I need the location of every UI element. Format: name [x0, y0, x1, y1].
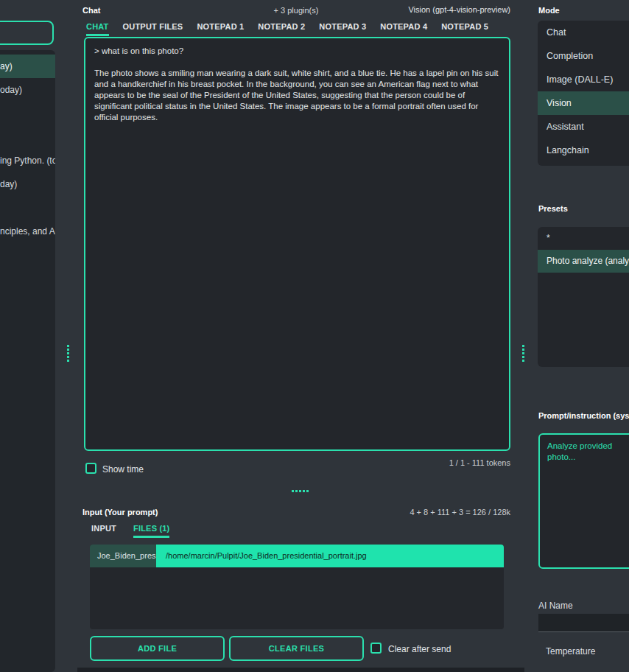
presets-section-title: Presets — [538, 204, 568, 213]
ai-name-label: AI Name — [538, 601, 573, 611]
mode-item-langchain[interactable]: Langchain — [538, 139, 629, 162]
presets-list: * Photo analyze (analyze1) — [538, 227, 629, 367]
tab-input[interactable]: INPUT — [91, 524, 116, 538]
history-item[interactable]: oday) — [0, 78, 55, 102]
tab-files[interactable]: FILES (1) — [133, 524, 169, 538]
clear-after-send-checkbox[interactable] — [370, 643, 382, 654]
mode-item-chat[interactable]: Chat — [538, 21, 629, 44]
message-input-edge — [77, 668, 524, 672]
system-prompt-textarea[interactable]: Analyze provided photo... — [538, 433, 629, 569]
show-time-label: Show time — [102, 464, 144, 475]
mode-item-vision[interactable]: Vision — [538, 91, 629, 115]
preset-item-star[interactable]: * — [538, 227, 629, 250]
input-section-title: Input (Your prompt) — [82, 508, 158, 517]
input-token-counter: 4 + 8 + 111 + 3 = 126 / 128k — [410, 508, 510, 517]
tab-chat[interactable]: CHAT — [86, 22, 109, 36]
file-path-cell[interactable]: /home/marcin/Pulpit/Joe_Biden_presidenti… — [156, 545, 504, 567]
history-item[interactable] — [0, 102, 55, 125]
tab-notepad-3[interactable]: NOTEPAD 3 — [319, 22, 366, 36]
preset-item-photo-analyze[interactable]: Photo analyze (analyze1) — [538, 250, 629, 273]
history-item[interactable]: day) — [0, 172, 55, 196]
input-tab-bar: INPUT FILES (1) — [91, 524, 169, 538]
chat-history-list: ay) oday) ing Python. (to... day) nciple… — [0, 50, 55, 672]
history-item[interactable]: ay) — [0, 55, 55, 78]
model-status: Vision (gpt-4-vision-preview) — [408, 5, 510, 14]
tab-notepad-2[interactable]: NOTEPAD 2 — [258, 22, 305, 36]
mode-item-completion[interactable]: Completion — [538, 44, 629, 68]
temperature-label: Temperature — [546, 646, 595, 657]
clear-files-button[interactable]: CLEAR FILES — [229, 636, 364, 661]
history-item[interactable]: ing Python. (to... — [0, 149, 55, 172]
mode-list: Chat Completion Image (DALL-E) Vision As… — [538, 21, 629, 166]
chat-output-area[interactable]: > what is on this photo? The photo shows… — [84, 37, 510, 451]
chat-input-splitter-handle[interactable] — [292, 490, 309, 492]
mode-item-assistant[interactable]: Assistant — [538, 115, 629, 139]
history-item[interactable]: nciples, and A... — [0, 220, 55, 243]
mode-section-title: Mode — [538, 6, 560, 15]
show-time-checkbox[interactable] — [85, 463, 96, 474]
mode-item-image-dalle[interactable]: Image (DALL-E) — [538, 68, 629, 91]
new-chat-button[interactable] — [0, 21, 54, 45]
history-item[interactable] — [0, 125, 55, 149]
tab-notepad-4[interactable]: NOTEPAD 4 — [380, 22, 427, 36]
file-name-cell[interactable]: Joe_Biden_pres... — [90, 545, 156, 567]
chat-token-counter: 1 / 1 - 111 tokens — [449, 458, 510, 467]
tab-output-files[interactable]: OUTPUT FILES — [123, 22, 183, 36]
add-file-button[interactable]: ADD FILE — [90, 636, 225, 661]
tab-notepad-5[interactable]: NOTEPAD 5 — [441, 22, 488, 36]
history-item[interactable] — [0, 196, 55, 220]
main-tab-bar: CHAT OUTPUT FILES NOTEPAD 1 NOTEPAD 2 NO… — [86, 22, 488, 36]
app-window: ay) oday) ing Python. (to... day) nciple… — [0, 0, 629, 672]
attached-files-table: Joe_Biden_pres... /home/marcin/Pulpit/Jo… — [90, 545, 504, 629]
prompt-section-title: Prompt/instruction (system prompt) — [538, 411, 629, 420]
file-row[interactable]: Joe_Biden_pres... /home/marcin/Pulpit/Jo… — [90, 545, 504, 567]
tab-notepad-1[interactable]: NOTEPAD 1 — [197, 22, 244, 36]
right-panel-splitter-handle[interactable] — [522, 345, 524, 362]
ai-name-input[interactable] — [538, 614, 629, 632]
sidebar-splitter-handle[interactable] — [67, 345, 69, 362]
clear-after-send-label: Clear after send — [388, 644, 451, 654]
